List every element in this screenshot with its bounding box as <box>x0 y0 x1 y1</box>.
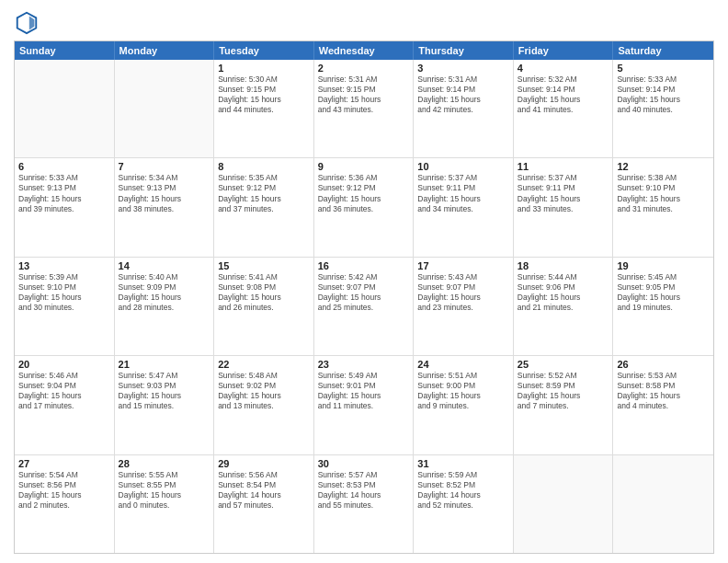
day-detail: Sunrise: 5:52 AMSunset: 8:59 PMDaylight:… <box>518 371 609 411</box>
header-day-saturday: Saturday <box>613 41 713 60</box>
day-cell-26: 26Sunrise: 5:53 AMSunset: 8:58 PMDayligh… <box>613 356 713 454</box>
day-detail: Sunrise: 5:30 AMSunset: 9:15 PMDaylight:… <box>218 75 310 115</box>
day-number: 4 <box>518 63 609 74</box>
day-detail: Sunrise: 5:42 AMSunset: 9:07 PMDaylight:… <box>318 272 410 313</box>
day-detail: Sunrise: 5:51 AMSunset: 9:00 PMDaylight:… <box>417 371 509 411</box>
day-detail: Sunrise: 5:40 AMSunset: 9:09 PMDaylight:… <box>119 272 210 313</box>
svg-marker-1 <box>29 16 35 29</box>
day-number: 3 <box>417 63 509 74</box>
header-day-sunday: Sunday <box>15 41 115 60</box>
empty-cell <box>15 60 115 157</box>
day-number: 16 <box>318 260 410 271</box>
day-cell-23: 23Sunrise: 5:49 AMSunset: 9:01 PMDayligh… <box>314 356 415 454</box>
day-detail: Sunrise: 5:31 AMSunset: 9:14 PMDaylight:… <box>417 75 509 115</box>
day-cell-2: 2Sunrise: 5:31 AMSunset: 9:15 PMDaylight… <box>314 60 415 157</box>
calendar-body: 1Sunrise: 5:30 AMSunset: 9:15 PMDaylight… <box>15 60 713 553</box>
day-detail: Sunrise: 5:49 AMSunset: 9:01 PMDaylight:… <box>318 371 410 411</box>
day-number: 1 <box>218 63 310 74</box>
day-detail: Sunrise: 5:39 AMSunset: 9:10 PMDaylight:… <box>18 272 110 313</box>
day-number: 20 <box>18 359 110 370</box>
day-number: 12 <box>617 161 710 172</box>
logo-icon <box>14 9 40 35</box>
day-detail: Sunrise: 5:33 AMSunset: 9:14 PMDaylight:… <box>617 75 710 115</box>
day-cell-7: 7Sunrise: 5:34 AMSunset: 9:13 PMDaylight… <box>115 158 215 256</box>
day-number: 26 <box>617 359 710 370</box>
day-detail: Sunrise: 5:47 AMSunset: 9:03 PMDaylight:… <box>119 371 210 411</box>
day-number: 14 <box>119 260 210 271</box>
day-cell-25: 25Sunrise: 5:52 AMSunset: 8:59 PMDayligh… <box>514 356 614 454</box>
calendar-header: SundayMondayTuesdayWednesdayThursdayFrid… <box>15 41 713 60</box>
day-number: 7 <box>119 161 210 172</box>
day-number: 2 <box>318 63 410 74</box>
day-cell-28: 28Sunrise: 5:55 AMSunset: 8:55 PMDayligh… <box>115 455 215 553</box>
day-detail: Sunrise: 5:44 AMSunset: 9:06 PMDaylight:… <box>518 272 609 313</box>
day-cell-14: 14Sunrise: 5:40 AMSunset: 9:09 PMDayligh… <box>115 258 215 355</box>
header <box>14 9 714 35</box>
day-detail: Sunrise: 5:32 AMSunset: 9:14 PMDaylight:… <box>518 75 609 115</box>
day-cell-3: 3Sunrise: 5:31 AMSunset: 9:14 PMDaylight… <box>414 60 514 157</box>
day-number: 29 <box>218 458 310 469</box>
day-detail: Sunrise: 5:59 AMSunset: 8:52 PMDaylight:… <box>417 470 509 511</box>
day-detail: Sunrise: 5:35 AMSunset: 9:12 PMDaylight:… <box>218 173 310 213</box>
day-cell-13: 13Sunrise: 5:39 AMSunset: 9:10 PMDayligh… <box>15 258 115 355</box>
calendar-row-1: 1Sunrise: 5:30 AMSunset: 9:15 PMDaylight… <box>15 60 713 157</box>
day-cell-4: 4Sunrise: 5:32 AMSunset: 9:14 PMDaylight… <box>514 60 614 157</box>
day-detail: Sunrise: 5:43 AMSunset: 9:07 PMDaylight:… <box>417 272 509 313</box>
day-number: 5 <box>617 63 710 74</box>
day-cell-17: 17Sunrise: 5:43 AMSunset: 9:07 PMDayligh… <box>414 258 514 355</box>
day-detail: Sunrise: 5:46 AMSunset: 9:04 PMDaylight:… <box>18 371 110 411</box>
day-detail: Sunrise: 5:33 AMSunset: 9:13 PMDaylight:… <box>18 173 110 213</box>
day-number: 15 <box>218 260 310 271</box>
day-number: 18 <box>518 260 609 271</box>
day-cell-8: 8Sunrise: 5:35 AMSunset: 9:12 PMDaylight… <box>214 158 314 256</box>
day-cell-12: 12Sunrise: 5:38 AMSunset: 9:10 PMDayligh… <box>613 158 713 256</box>
empty-cell <box>115 60 215 157</box>
header-day-friday: Friday <box>514 41 614 60</box>
day-number: 9 <box>318 161 410 172</box>
header-day-tuesday: Tuesday <box>214 41 314 60</box>
day-number: 10 <box>417 161 509 172</box>
day-number: 22 <box>218 359 310 370</box>
day-cell-27: 27Sunrise: 5:54 AMSunset: 8:56 PMDayligh… <box>15 455 115 553</box>
day-number: 31 <box>417 458 509 469</box>
day-cell-9: 9Sunrise: 5:36 AMSunset: 9:12 PMDaylight… <box>314 158 415 256</box>
calendar-row-4: 20Sunrise: 5:46 AMSunset: 9:04 PMDayligh… <box>15 355 713 454</box>
day-cell-31: 31Sunrise: 5:59 AMSunset: 8:52 PMDayligh… <box>414 455 514 553</box>
calendar-row-5: 27Sunrise: 5:54 AMSunset: 8:56 PMDayligh… <box>15 454 713 553</box>
day-detail: Sunrise: 5:54 AMSunset: 8:56 PMDaylight:… <box>18 470 110 511</box>
day-number: 11 <box>518 161 609 172</box>
day-detail: Sunrise: 5:55 AMSunset: 8:55 PMDaylight:… <box>119 470 210 511</box>
day-cell-11: 11Sunrise: 5:37 AMSunset: 9:11 PMDayligh… <box>514 158 614 256</box>
page: SundayMondayTuesdayWednesdayThursdayFrid… <box>0 0 728 563</box>
calendar-row-3: 13Sunrise: 5:39 AMSunset: 9:10 PMDayligh… <box>15 257 713 355</box>
day-detail: Sunrise: 5:31 AMSunset: 9:15 PMDaylight:… <box>318 75 410 115</box>
header-day-monday: Monday <box>115 41 215 60</box>
day-detail: Sunrise: 5:37 AMSunset: 9:11 PMDaylight:… <box>518 173 609 213</box>
day-detail: Sunrise: 5:45 AMSunset: 9:05 PMDaylight:… <box>617 272 710 313</box>
day-cell-19: 19Sunrise: 5:45 AMSunset: 9:05 PMDayligh… <box>613 258 713 355</box>
day-detail: Sunrise: 5:36 AMSunset: 9:12 PMDaylight:… <box>318 173 410 213</box>
day-detail: Sunrise: 5:41 AMSunset: 9:08 PMDaylight:… <box>218 272 310 313</box>
day-number: 6 <box>18 161 110 172</box>
day-detail: Sunrise: 5:34 AMSunset: 9:13 PMDaylight:… <box>119 173 210 213</box>
day-cell-21: 21Sunrise: 5:47 AMSunset: 9:03 PMDayligh… <box>115 356 215 454</box>
day-cell-22: 22Sunrise: 5:48 AMSunset: 9:02 PMDayligh… <box>214 356 314 454</box>
empty-cell <box>514 455 614 553</box>
calendar: SundayMondayTuesdayWednesdayThursdayFrid… <box>14 40 714 554</box>
day-cell-16: 16Sunrise: 5:42 AMSunset: 9:07 PMDayligh… <box>314 258 415 355</box>
day-number: 27 <box>18 458 110 469</box>
day-number: 17 <box>417 260 509 271</box>
day-number: 24 <box>417 359 509 370</box>
day-number: 13 <box>18 260 110 271</box>
day-detail: Sunrise: 5:37 AMSunset: 9:11 PMDaylight:… <box>417 173 509 213</box>
header-day-thursday: Thursday <box>414 41 514 60</box>
day-number: 28 <box>119 458 210 469</box>
day-cell-20: 20Sunrise: 5:46 AMSunset: 9:04 PMDayligh… <box>15 356 115 454</box>
day-cell-1: 1Sunrise: 5:30 AMSunset: 9:15 PMDaylight… <box>214 60 314 157</box>
logo <box>14 9 43 35</box>
day-cell-15: 15Sunrise: 5:41 AMSunset: 9:08 PMDayligh… <box>214 258 314 355</box>
day-number: 19 <box>617 260 710 271</box>
day-cell-30: 30Sunrise: 5:57 AMSunset: 8:53 PMDayligh… <box>314 455 415 553</box>
day-number: 23 <box>318 359 410 370</box>
day-cell-29: 29Sunrise: 5:56 AMSunset: 8:54 PMDayligh… <box>214 455 314 553</box>
